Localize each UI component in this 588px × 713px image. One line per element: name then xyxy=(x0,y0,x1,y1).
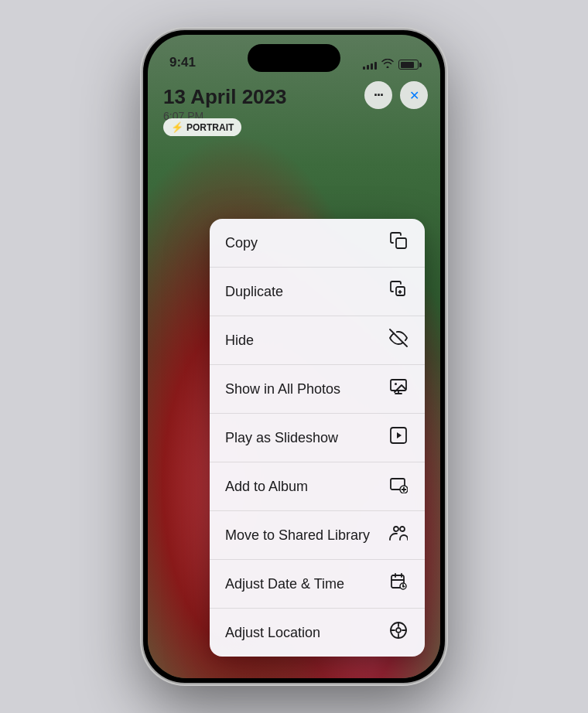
battery-icon xyxy=(398,60,419,70)
hide-icon xyxy=(388,329,409,352)
signal-icon xyxy=(363,60,377,70)
portrait-badge[interactable]: ⚡ PORTRAIT xyxy=(163,118,241,136)
svg-rect-0 xyxy=(396,238,406,248)
adjust-date-icon xyxy=(388,572,409,595)
svg-point-13 xyxy=(394,527,398,531)
menu-item-add-album-label: Add to Album xyxy=(225,479,308,495)
duplicate-icon xyxy=(388,280,409,303)
menu-item-adjust-date[interactable]: Adjust Date & Time xyxy=(210,560,425,609)
phone-screen: 9:41 xyxy=(148,35,440,678)
menu-item-hide-label: Hide xyxy=(225,333,254,349)
menu-item-duplicate[interactable]: Duplicate xyxy=(210,268,425,316)
menu-item-hide[interactable]: Hide xyxy=(210,316,425,365)
more-icon: ··· xyxy=(374,87,383,104)
portrait-label: PORTRAIT xyxy=(186,122,234,133)
menu-item-slideshow-label: Play as Slideshow xyxy=(225,430,338,446)
close-button[interactable]: ✕ xyxy=(400,81,428,109)
menu-item-adjust-location[interactable]: Adjust Location xyxy=(210,609,425,657)
top-bar-actions: ··· ✕ xyxy=(364,81,428,109)
menu-item-shared-library-label: Move to Shared Library xyxy=(225,527,370,544)
close-icon: ✕ xyxy=(409,88,419,103)
add-album-icon xyxy=(388,475,409,498)
slideshow-icon xyxy=(388,426,409,449)
svg-point-6 xyxy=(395,383,397,385)
menu-item-adjust-location-label: Adjust Location xyxy=(225,625,320,641)
menu-item-adjust-date-label: Adjust Date & Time xyxy=(225,576,344,592)
svg-point-23 xyxy=(396,628,401,633)
menu-item-duplicate-label: Duplicate xyxy=(225,284,283,300)
menu-item-copy[interactable]: Copy xyxy=(210,219,425,268)
shared-library-icon xyxy=(388,524,409,547)
adjust-location-icon xyxy=(388,621,409,644)
svg-marker-8 xyxy=(397,432,402,438)
wifi-icon xyxy=(381,59,394,70)
menu-item-copy-label: Copy xyxy=(225,235,258,251)
copy-icon xyxy=(388,231,409,254)
menu-item-add-album[interactable]: Add to Album xyxy=(210,462,425,511)
context-menu: Copy Duplicate xyxy=(210,219,425,657)
status-icons xyxy=(363,59,419,70)
battery-fill xyxy=(401,62,415,68)
menu-item-shared-library[interactable]: Move to Shared Library xyxy=(210,511,425,560)
menu-item-show-all-photos-label: Show in All Photos xyxy=(225,381,340,397)
portrait-icon: ⚡ xyxy=(171,121,183,133)
svg-point-14 xyxy=(400,527,405,531)
menu-item-slideshow[interactable]: Play as Slideshow xyxy=(210,414,425,462)
phone-frame: 9:41 xyxy=(143,30,445,683)
menu-item-show-all-photos[interactable]: Show in All Photos xyxy=(210,365,425,414)
show-all-photos-icon xyxy=(388,377,409,401)
status-time: 9:41 xyxy=(169,55,196,70)
more-button[interactable]: ··· xyxy=(364,81,392,109)
dynamic-island xyxy=(248,44,340,72)
